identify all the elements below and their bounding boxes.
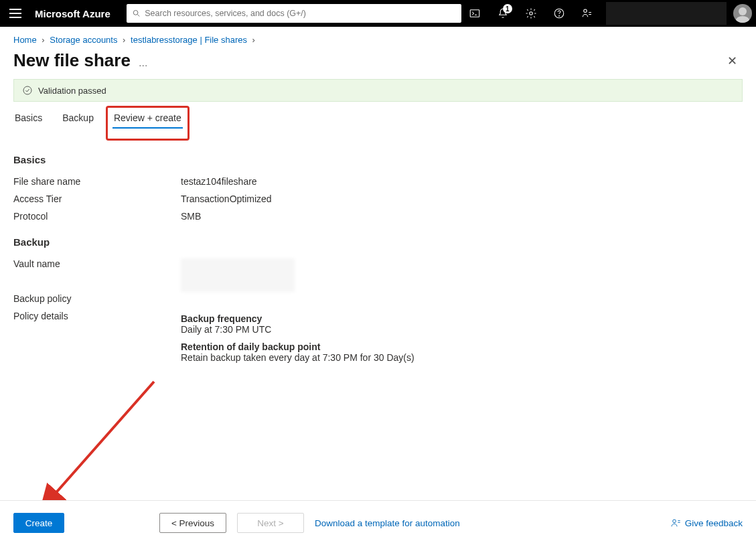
avatar[interactable]: [733, 4, 752, 23]
value-file-share-name: testaz104fileshare: [181, 176, 257, 187]
row-vault-name: Vault name: [13, 258, 743, 292]
row-backup-policy: Backup policy: [13, 293, 743, 304]
download-template-link[interactable]: Download a template for automation: [315, 518, 460, 528]
row-file-share-name: File share name testaz104fileshare: [13, 176, 743, 187]
top-icons: 1: [461, 0, 752, 27]
svg-point-7: [558, 15, 559, 16]
menu-icon[interactable]: [9, 7, 21, 20]
label-backup-policy: Backup policy: [13, 293, 181, 304]
breadcrumb-file-shares[interactable]: testlabresstorage | File shares: [131, 35, 247, 45]
value-vault-name-redacted: [181, 258, 295, 292]
retention-value: Retain backup taken every day at 7:30 PM…: [181, 352, 414, 363]
tab-basics[interactable]: Basics: [13, 110, 44, 129]
tab-review-create[interactable]: Review + create: [112, 110, 183, 129]
notifications-icon[interactable]: 1: [489, 0, 516, 27]
top-nav-bar: Microsoft Azure 1: [0, 0, 756, 27]
retention-heading: Retention of daily backup point: [181, 341, 414, 352]
search-icon: [132, 9, 141, 18]
check-circle-icon: [22, 85, 33, 96]
give-feedback-label: Give feedback: [685, 518, 743, 528]
label-file-share-name: File share name: [13, 176, 181, 187]
backup-frequency-value: Daily at 7:30 PM UTC: [181, 324, 414, 335]
cloud-shell-icon[interactable]: [461, 0, 488, 27]
svg-point-12: [672, 520, 676, 523]
settings-icon[interactable]: [518, 0, 544, 27]
row-access-tier: Access Tier TransactionOptimized: [13, 193, 743, 204]
create-button[interactable]: Create: [13, 513, 64, 533]
label-protocol: Protocol: [13, 211, 181, 222]
value-access-tier: TransactionOptimized: [181, 193, 272, 204]
global-search[interactable]: [127, 4, 461, 23]
tabs: Basics Backup Review + create: [0, 102, 756, 129]
value-policy-details: Backup frequency Daily at 7:30 PM UTC Re…: [181, 311, 414, 370]
close-icon[interactable]: ✕: [722, 51, 743, 71]
chevron-right-icon: ›: [42, 35, 44, 45]
validation-banner: Validation passed: [13, 79, 743, 102]
tab-backup[interactable]: Backup: [61, 110, 95, 129]
chevron-right-icon: ›: [123, 35, 125, 45]
row-policy-details: Policy details Backup frequency Daily at…: [13, 311, 743, 370]
svg-line-11: [54, 382, 154, 495]
tab-review-create-label: Review + create: [114, 112, 181, 123]
search-input[interactable]: [145, 9, 456, 18]
value-protocol: SMB: [181, 211, 201, 222]
action-bar: Create < Previous Next > Download a temp…: [0, 500, 756, 545]
feedback-icon[interactable]: [574, 0, 601, 27]
svg-point-8: [584, 9, 587, 13]
previous-button[interactable]: < Previous: [159, 513, 226, 533]
label-vault-name: Vault name: [13, 258, 181, 292]
svg-line-1: [137, 15, 139, 17]
breadcrumb: Home › Storage accounts › testlabresstor…: [0, 27, 756, 48]
review-content: Basics File share name testaz104fileshar…: [0, 129, 756, 370]
svg-point-0: [133, 11, 138, 15]
title-row: New file share … ✕: [0, 48, 756, 79]
breadcrumb-storage-accounts[interactable]: Storage accounts: [50, 35, 117, 45]
basics-heading: Basics: [13, 154, 743, 165]
label-policy-details: Policy details: [13, 311, 181, 370]
give-feedback-link[interactable]: Give feedback: [670, 518, 743, 528]
next-button: Next >: [237, 513, 304, 533]
account-info[interactable]: [606, 2, 727, 25]
brand-label[interactable]: Microsoft Azure: [35, 8, 110, 19]
notification-badge: 1: [503, 4, 512, 13]
label-access-tier: Access Tier: [13, 193, 181, 204]
svg-point-9: [23, 86, 31, 94]
row-protocol: Protocol SMB: [13, 211, 743, 222]
person-icon: [670, 518, 681, 528]
more-icon[interactable]: …: [139, 58, 148, 68]
backup-heading: Backup: [13, 236, 743, 248]
help-icon[interactable]: [546, 0, 573, 27]
svg-point-5: [530, 12, 533, 15]
chevron-right-icon: ›: [252, 35, 255, 45]
annotation-arrow: [40, 375, 174, 516]
backup-frequency-heading: Backup frequency: [181, 313, 414, 324]
breadcrumb-home[interactable]: Home: [13, 35, 37, 45]
validation-text: Validation passed: [38, 86, 106, 96]
page-title: New file share: [13, 50, 131, 71]
svg-rect-2: [470, 10, 479, 17]
